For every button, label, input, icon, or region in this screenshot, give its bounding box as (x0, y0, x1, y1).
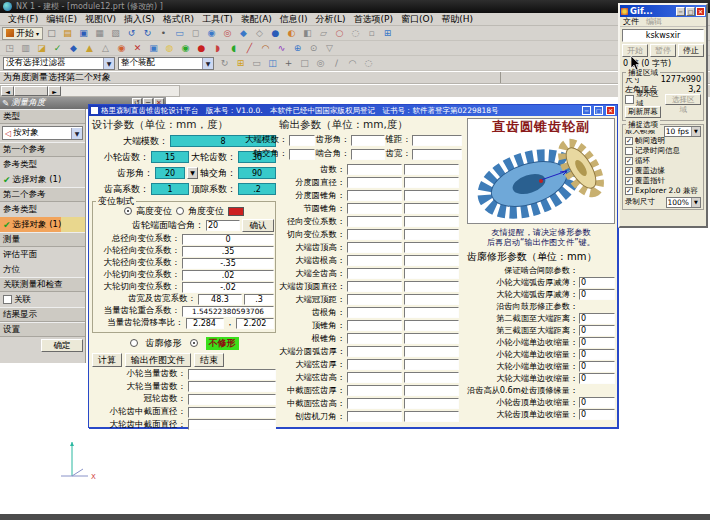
toolbar-icon[interactable]: ◇ (252, 27, 267, 40)
toolbar-icon[interactable]: ✓ (50, 42, 65, 55)
section-header-associative[interactable]: 关联测量和检查 (0, 277, 85, 292)
modification-field[interactable] (579, 313, 615, 324)
toolbar-icon[interactable]: ▣ (76, 27, 91, 40)
out-mesh-field[interactable] (351, 149, 385, 160)
selection-bar-icon[interactable]: □ (297, 57, 312, 70)
gif-filename-field[interactable]: kskwsxir (622, 29, 704, 42)
toolbar-icon[interactable]: ◳ (2, 42, 17, 55)
pressure-angle-field[interactable] (155, 167, 185, 179)
toolbar-icon[interactable]: ▤ (60, 27, 75, 40)
overlap-coef-field[interactable] (182, 306, 274, 317)
shaft-angle-field[interactable] (238, 167, 276, 179)
selection-filter-dropdown[interactable]: 没有选择过滤器 ▼ (3, 57, 115, 70)
toolbar-icon[interactable]: ✕ (130, 42, 145, 55)
out-width-field[interactable] (412, 149, 462, 160)
output-field-pinion[interactable] (347, 346, 402, 357)
modification-field[interactable] (579, 325, 615, 336)
minimize-icon[interactable]: ─ (676, 7, 685, 16)
output-field-pinion[interactable] (347, 255, 402, 266)
output-field-pinion[interactable] (347, 359, 402, 370)
menu-item[interactable]: 窗口(O) (397, 13, 437, 26)
output-field-pinion[interactable] (347, 281, 402, 292)
output-field-gear[interactable] (404, 216, 459, 227)
output-field-pinion[interactable] (347, 398, 402, 409)
modification-field[interactable] (579, 361, 615, 372)
toolbar-icon[interactable]: ⊕ (290, 42, 305, 55)
equiv-field[interactable] (188, 407, 276, 418)
output-field-gear[interactable] (404, 385, 459, 396)
toolbar-icon[interactable]: ◉ (178, 42, 193, 55)
toolbar-icon[interactable]: ◧ (300, 27, 315, 40)
scroll-right-icon[interactable]: ► (48, 86, 61, 96)
height-shift-radio[interactable] (124, 207, 132, 215)
output-field-gear[interactable] (404, 411, 459, 422)
gif-menu-file[interactable]: 文件 (623, 16, 639, 27)
out-shaft-field[interactable] (289, 149, 315, 160)
record-pause-button[interactable]: 暂停 (650, 44, 676, 57)
menu-item[interactable]: 信息(I) (276, 13, 312, 26)
action-button[interactable]: 输出作图文件 (125, 353, 191, 367)
selection-scope-dropdown[interactable]: 整个装配 ▼ (118, 57, 214, 70)
toolbar-icon[interactable]: ◖ (226, 42, 241, 55)
clearance-coef-field[interactable] (238, 183, 276, 195)
close-icon[interactable]: ✕ (696, 7, 705, 16)
output-field-pinion[interactable] (347, 307, 402, 318)
chevron-down-icon[interactable]: ▼ (187, 167, 198, 179)
shift-coef-field[interactable] (182, 258, 274, 269)
menu-item[interactable]: 插入(S) (120, 13, 159, 26)
section-header-type[interactable]: 类型 (0, 109, 85, 124)
addendum-coef-field[interactable] (151, 183, 189, 195)
action-button[interactable]: 计算 (92, 353, 122, 367)
action-button[interactable]: 结束 (194, 353, 224, 367)
output-field-pinion[interactable] (347, 203, 402, 214)
toolbar-icon[interactable]: ◪ (34, 42, 49, 55)
shift-coef-field[interactable] (182, 246, 274, 257)
output-field-gear[interactable] (404, 320, 459, 331)
menu-item[interactable]: 编辑(E) (42, 13, 81, 26)
pinion-teeth-field[interactable] (151, 151, 189, 163)
capture-option-row[interactable]: ✓ 帧间透明 (625, 136, 701, 146)
output-field-pinion[interactable] (347, 190, 402, 201)
select-object-row-2[interactable]: ✔ 选择对象 (1) (0, 217, 85, 232)
output-field-gear[interactable] (404, 268, 459, 279)
capture-option-row[interactable]: 记录时间信息 (625, 146, 701, 156)
checkbox-icon[interactable]: ✓ (625, 167, 633, 175)
toolbar-icon[interactable]: ▲ (82, 42, 97, 55)
output-field-pinion[interactable] (347, 411, 402, 422)
shift-coef-field[interactable] (182, 234, 274, 245)
maximize-icon[interactable]: ▢ (686, 7, 695, 16)
output-field-gear[interactable] (404, 190, 459, 201)
selection-bar-icon[interactable]: ↻ (217, 57, 232, 70)
section-header-first-ref[interactable]: 第一个参考 (0, 142, 85, 157)
ok-button[interactable]: 确定 (41, 339, 83, 352)
gear-dialog-titlebar[interactable]: 格里森制直齿锥齿轮设计平台 版本号：V1.0.0. 本软件已经中国国家版权局登记… (89, 105, 617, 116)
output-field-gear[interactable] (404, 333, 459, 344)
toolbar-icon[interactable]: ● (194, 42, 209, 55)
section-header-results[interactable]: 结果显示 (0, 307, 85, 322)
toolbar-icon[interactable]: ↻ (140, 27, 155, 40)
checkbox-icon[interactable]: ✓ (625, 137, 633, 145)
output-field-pinion[interactable] (347, 177, 402, 188)
output-field-pinion[interactable] (347, 164, 402, 175)
toolbar-icon[interactable]: ▫ (364, 27, 379, 40)
modification-field[interactable] (579, 373, 615, 384)
out-cone-dist-field[interactable] (412, 135, 462, 146)
show-area-checkbox[interactable] (625, 95, 634, 104)
toolbar-icon[interactable]: ◉ (114, 42, 129, 55)
checkbox-icon[interactable] (3, 295, 12, 304)
scrollbar-thumb[interactable] (14, 86, 48, 96)
output-field-pinion[interactable] (347, 229, 402, 240)
checkbox-icon[interactable] (625, 147, 633, 155)
equiv-field[interactable] (188, 381, 276, 392)
section-header-settings[interactable]: 设置 (0, 322, 85, 337)
angle-shift-radio[interactable] (176, 207, 184, 215)
toolbar-icon[interactable]: ⊙ (306, 42, 321, 55)
toolbar-icon[interactable]: ▦ (92, 27, 107, 40)
output-field-pinion[interactable] (347, 333, 402, 344)
toolbar-icon[interactable]: ▭ (172, 27, 187, 40)
measure-type-dropdown[interactable]: ◁ 按对象 ▼ (2, 126, 83, 140)
toolbar-icon[interactable]: ⊞ (380, 27, 395, 40)
menu-item[interactable]: 视图(V) (81, 13, 120, 26)
output-field-gear[interactable] (404, 359, 459, 370)
output-field-gear[interactable] (404, 242, 459, 253)
